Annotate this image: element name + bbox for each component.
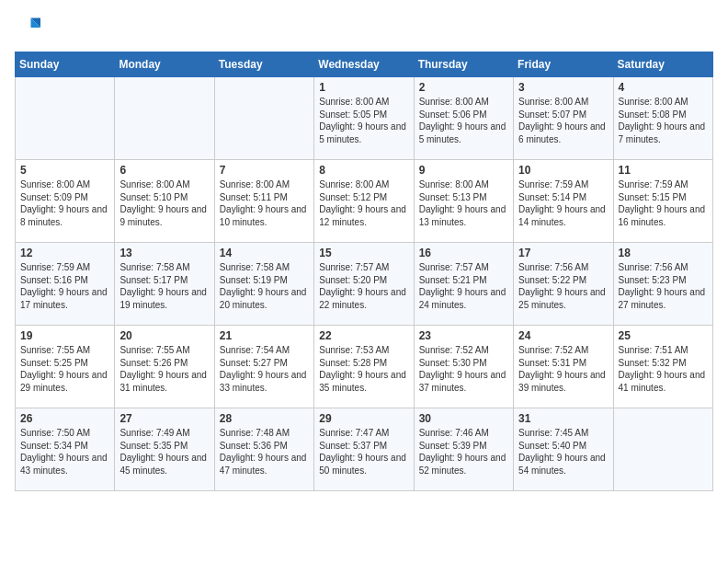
calendar-cell: 22Sunrise: 7:53 AM Sunset: 5:28 PM Dayli… bbox=[314, 326, 414, 408]
header-sunday: Sunday bbox=[16, 52, 115, 77]
calendar-cell: 6Sunrise: 8:00 AM Sunset: 5:10 PM Daylig… bbox=[115, 160, 214, 243]
calendar-cell: 29Sunrise: 7:47 AM Sunset: 5:37 PM Dayli… bbox=[314, 408, 414, 491]
calendar-cell: 13Sunrise: 7:58 AM Sunset: 5:17 PM Dayli… bbox=[115, 243, 214, 326]
day-number: 28 bbox=[220, 412, 309, 425]
calendar-cell: 31Sunrise: 7:45 AM Sunset: 5:40 PM Dayli… bbox=[514, 408, 613, 491]
week-row-5: 26Sunrise: 7:50 AM Sunset: 5:34 PM Dayli… bbox=[16, 408, 713, 491]
header-tuesday: Tuesday bbox=[214, 52, 313, 77]
day-number: 12 bbox=[20, 247, 109, 259]
calendar-cell: 3Sunrise: 8:00 AM Sunset: 5:07 PM Daylig… bbox=[514, 77, 613, 160]
day-number: 13 bbox=[119, 247, 209, 259]
day-number: 9 bbox=[419, 164, 508, 177]
calendar-cell: 28Sunrise: 7:48 AM Sunset: 5:36 PM Dayli… bbox=[214, 408, 313, 491]
day-number: 15 bbox=[319, 247, 408, 259]
day-info: Sunrise: 7:59 AM Sunset: 5:14 PM Dayligh… bbox=[518, 178, 608, 228]
day-number: 2 bbox=[419, 81, 508, 94]
day-number: 5 bbox=[20, 164, 109, 177]
week-row-3: 12Sunrise: 7:59 AM Sunset: 5:16 PM Dayli… bbox=[16, 243, 713, 326]
day-info: Sunrise: 7:55 AM Sunset: 5:25 PM Dayligh… bbox=[20, 344, 109, 394]
calendar-cell: 27Sunrise: 7:49 AM Sunset: 5:35 PM Dayli… bbox=[115, 408, 214, 491]
day-number: 16 bbox=[419, 247, 508, 259]
day-info: Sunrise: 8:00 AM Sunset: 5:07 PM Dayligh… bbox=[518, 96, 608, 145]
logo-icon bbox=[15, 15, 40, 40]
day-info: Sunrise: 7:53 AM Sunset: 5:28 PM Dayligh… bbox=[319, 344, 408, 394]
day-number: 4 bbox=[619, 81, 708, 94]
day-info: Sunrise: 7:45 AM Sunset: 5:40 PM Dayligh… bbox=[518, 427, 608, 477]
day-number: 21 bbox=[220, 329, 309, 342]
calendar-cell: 7Sunrise: 8:00 AM Sunset: 5:11 PM Daylig… bbox=[214, 160, 313, 243]
day-info: Sunrise: 7:59 AM Sunset: 5:16 PM Dayligh… bbox=[20, 261, 109, 311]
calendar-cell: 19Sunrise: 7:55 AM Sunset: 5:25 PM Dayli… bbox=[16, 326, 115, 408]
calendar-cell: 5Sunrise: 8:00 AM Sunset: 5:09 PM Daylig… bbox=[16, 160, 115, 243]
day-info: Sunrise: 7:57 AM Sunset: 5:20 PM Dayligh… bbox=[319, 261, 408, 311]
header-saturday: Saturday bbox=[613, 52, 712, 77]
calendar-cell: 30Sunrise: 7:46 AM Sunset: 5:39 PM Dayli… bbox=[414, 408, 513, 491]
calendar-cell: 8Sunrise: 8:00 AM Sunset: 5:12 PM Daylig… bbox=[314, 160, 414, 243]
day-info: Sunrise: 7:59 AM Sunset: 5:15 PM Dayligh… bbox=[619, 178, 708, 228]
day-number: 19 bbox=[20, 329, 109, 342]
header-friday: Friday bbox=[514, 52, 613, 77]
day-info: Sunrise: 7:49 AM Sunset: 5:35 PM Dayligh… bbox=[119, 427, 209, 477]
day-info: Sunrise: 7:58 AM Sunset: 5:19 PM Dayligh… bbox=[220, 261, 309, 311]
day-number: 23 bbox=[419, 329, 508, 342]
calendar-cell: 9Sunrise: 8:00 AM Sunset: 5:13 PM Daylig… bbox=[414, 160, 513, 243]
calendar-cell: 14Sunrise: 7:58 AM Sunset: 5:19 PM Dayli… bbox=[214, 243, 313, 326]
logo bbox=[15, 15, 44, 40]
week-row-1: 1Sunrise: 8:00 AM Sunset: 5:05 PM Daylig… bbox=[16, 77, 713, 160]
day-info: Sunrise: 8:00 AM Sunset: 5:09 PM Dayligh… bbox=[20, 178, 109, 228]
day-number: 25 bbox=[619, 329, 708, 342]
calendar-cell: 26Sunrise: 7:50 AM Sunset: 5:34 PM Dayli… bbox=[16, 408, 115, 491]
calendar-cell: 17Sunrise: 7:56 AM Sunset: 5:22 PM Dayli… bbox=[514, 243, 613, 326]
day-info: Sunrise: 8:00 AM Sunset: 5:10 PM Dayligh… bbox=[119, 178, 209, 228]
calendar-cell: 4Sunrise: 8:00 AM Sunset: 5:08 PM Daylig… bbox=[613, 77, 712, 160]
calendar-cell bbox=[16, 77, 115, 160]
calendar-cell: 18Sunrise: 7:56 AM Sunset: 5:23 PM Dayli… bbox=[613, 243, 712, 326]
day-number: 11 bbox=[619, 164, 708, 177]
day-number: 1 bbox=[319, 81, 408, 94]
calendar-cell: 16Sunrise: 7:57 AM Sunset: 5:21 PM Dayli… bbox=[414, 243, 513, 326]
day-info: Sunrise: 7:54 AM Sunset: 5:27 PM Dayligh… bbox=[220, 344, 309, 394]
header-thursday: Thursday bbox=[414, 52, 513, 77]
day-info: Sunrise: 8:00 AM Sunset: 5:13 PM Dayligh… bbox=[419, 178, 508, 228]
calendar-cell: 1Sunrise: 8:00 AM Sunset: 5:05 PM Daylig… bbox=[314, 77, 414, 160]
day-info: Sunrise: 7:52 AM Sunset: 5:31 PM Dayligh… bbox=[518, 344, 608, 394]
days-header-row: SundayMondayTuesdayWednesdayThursdayFrid… bbox=[16, 52, 713, 77]
day-info: Sunrise: 7:47 AM Sunset: 5:37 PM Dayligh… bbox=[319, 427, 408, 477]
day-info: Sunrise: 7:50 AM Sunset: 5:34 PM Dayligh… bbox=[20, 427, 109, 477]
day-number: 17 bbox=[518, 247, 608, 259]
day-info: Sunrise: 7:52 AM Sunset: 5:30 PM Dayligh… bbox=[419, 344, 508, 394]
day-info: Sunrise: 7:55 AM Sunset: 5:26 PM Dayligh… bbox=[119, 344, 209, 394]
calendar-cell bbox=[115, 77, 214, 160]
day-number: 10 bbox=[518, 164, 608, 177]
day-number: 20 bbox=[119, 329, 209, 342]
day-number: 8 bbox=[319, 164, 408, 177]
day-number: 27 bbox=[119, 412, 209, 425]
day-info: Sunrise: 7:58 AM Sunset: 5:17 PM Dayligh… bbox=[119, 261, 209, 311]
calendar-table: SundayMondayTuesdayWednesdayThursdayFrid… bbox=[15, 52, 713, 491]
day-number: 31 bbox=[518, 412, 608, 425]
day-info: Sunrise: 8:00 AM Sunset: 5:11 PM Dayligh… bbox=[220, 178, 309, 228]
day-info: Sunrise: 8:00 AM Sunset: 5:06 PM Dayligh… bbox=[419, 96, 508, 145]
day-number: 29 bbox=[319, 412, 408, 425]
day-number: 6 bbox=[119, 164, 209, 177]
header-wednesday: Wednesday bbox=[314, 52, 414, 77]
day-info: Sunrise: 7:48 AM Sunset: 5:36 PM Dayligh… bbox=[220, 427, 309, 477]
day-number: 24 bbox=[518, 329, 608, 342]
day-number: 26 bbox=[20, 412, 109, 425]
header-monday: Monday bbox=[115, 52, 214, 77]
day-number: 30 bbox=[419, 412, 508, 425]
calendar-cell: 24Sunrise: 7:52 AM Sunset: 5:31 PM Dayli… bbox=[514, 326, 613, 408]
calendar-cell: 12Sunrise: 7:59 AM Sunset: 5:16 PM Dayli… bbox=[16, 243, 115, 326]
day-info: Sunrise: 8:00 AM Sunset: 5:08 PM Dayligh… bbox=[619, 96, 708, 145]
day-info: Sunrise: 8:00 AM Sunset: 5:05 PM Dayligh… bbox=[319, 96, 408, 145]
calendar-cell bbox=[613, 408, 712, 491]
day-number: 18 bbox=[619, 247, 708, 259]
calendar-cell: 23Sunrise: 7:52 AM Sunset: 5:30 PM Dayli… bbox=[414, 326, 513, 408]
week-row-4: 19Sunrise: 7:55 AM Sunset: 5:25 PM Dayli… bbox=[16, 326, 713, 408]
day-info: Sunrise: 7:56 AM Sunset: 5:23 PM Dayligh… bbox=[619, 261, 708, 311]
calendar-cell: 11Sunrise: 7:59 AM Sunset: 5:15 PM Dayli… bbox=[613, 160, 712, 243]
calendar-cell bbox=[214, 77, 313, 160]
calendar-cell: 25Sunrise: 7:51 AM Sunset: 5:32 PM Dayli… bbox=[613, 326, 712, 408]
day-info: Sunrise: 7:57 AM Sunset: 5:21 PM Dayligh… bbox=[419, 261, 508, 311]
day-info: Sunrise: 8:00 AM Sunset: 5:12 PM Dayligh… bbox=[319, 178, 408, 228]
